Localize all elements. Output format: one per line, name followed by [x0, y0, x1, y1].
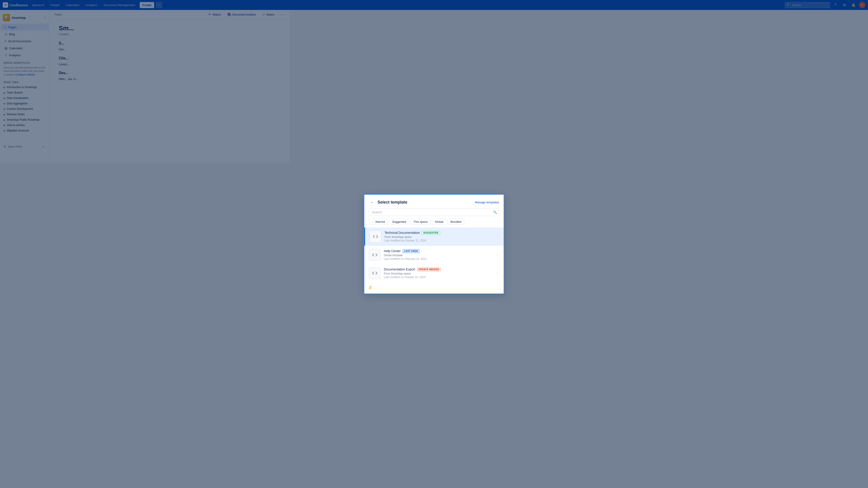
modal-overlay[interactable]: ← Select template Manage templates 🔍 ☆ S… — [0, 0, 289, 163]
